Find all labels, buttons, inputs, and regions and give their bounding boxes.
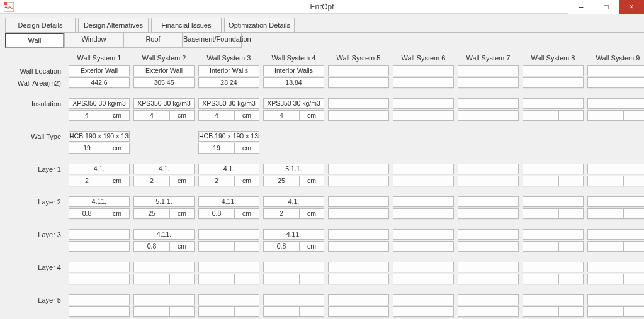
layer1-material[interactable] (587, 164, 644, 174)
thickness-value[interactable] (199, 307, 235, 316)
layer2-thickness[interactable]: 0.8cm (69, 208, 130, 219)
thickness-value[interactable]: 25 (264, 176, 300, 186)
wall_area-field[interactable] (393, 77, 454, 88)
wall_location-field[interactable] (523, 65, 584, 76)
thickness-value[interactable] (458, 274, 494, 284)
insulation-thickness[interactable]: 4cm (133, 110, 195, 121)
layer1-thickness[interactable] (523, 176, 584, 186)
layer3-thickness[interactable] (523, 241, 584, 252)
layer2-thickness[interactable]: 2cm (263, 208, 324, 219)
thickness-value[interactable] (393, 176, 429, 186)
layer2-thickness[interactable] (328, 208, 389, 219)
insulation-material[interactable]: XPS350 30 kg/m3 (198, 98, 259, 109)
layer1-material[interactable]: 5.1.1. (263, 164, 324, 174)
thickness-value[interactable] (329, 274, 364, 284)
layer3-material[interactable] (69, 229, 130, 240)
layer3-thickness[interactable] (393, 241, 454, 252)
subtab-roof[interactable]: Roof (123, 33, 183, 48)
layer1-material[interactable]: 4.1. (69, 164, 130, 174)
tab-financial-issues[interactable]: Financial Issues (151, 18, 222, 32)
insulation-material[interactable]: XPS350 30 kg/m3 (133, 98, 195, 109)
thickness-value[interactable] (329, 111, 364, 120)
layer5-thickness[interactable] (133, 306, 195, 317)
thickness-value[interactable]: 2 (69, 176, 105, 186)
thickness-value[interactable]: 25 (134, 209, 170, 218)
layer1-thickness[interactable]: 2cm (133, 176, 195, 186)
thickness-value[interactable]: 2 (199, 176, 235, 186)
layer2-thickness[interactable] (458, 208, 519, 219)
layer3-thickness[interactable] (458, 241, 519, 252)
layer5-material[interactable] (523, 294, 584, 305)
layer4-thickness[interactable] (69, 274, 130, 284)
layer3-material[interactable] (328, 229, 389, 240)
thickness-value[interactable]: 19 (199, 143, 235, 153)
thickness-value[interactable] (264, 307, 300, 316)
layer5-material[interactable] (69, 294, 130, 305)
thickness-value[interactable] (329, 242, 364, 251)
layer1-material[interactable] (458, 164, 519, 174)
thickness-value[interactable] (458, 307, 494, 316)
wall_location-field[interactable] (458, 65, 519, 76)
thickness-value[interactable] (134, 307, 170, 316)
wall_area-field[interactable] (587, 77, 644, 88)
wall_location-field[interactable] (587, 65, 644, 76)
layer1-thickness[interactable]: 2cm (69, 176, 130, 186)
wall_area-field[interactable]: 442.6 (69, 77, 130, 88)
layer4-thickness[interactable] (393, 274, 454, 284)
insulation-material[interactable] (328, 98, 389, 109)
layer2-material[interactable]: 5.1.1. (133, 196, 195, 207)
wall_area-field[interactable] (328, 77, 389, 88)
thickness-value[interactable] (393, 209, 429, 218)
layer5-material[interactable] (587, 294, 644, 305)
thickness-value[interactable] (588, 242, 624, 251)
layer5-material[interactable] (328, 294, 389, 305)
layer5-material[interactable] (458, 294, 519, 305)
layer5-thickness[interactable] (69, 306, 130, 317)
layer4-thickness[interactable] (198, 274, 259, 284)
layer4-material[interactable] (133, 262, 195, 272)
wall_type-thickness[interactable]: 19cm (69, 143, 130, 154)
layer2-material[interactable] (587, 196, 644, 207)
layer3-material[interactable] (198, 229, 259, 240)
insulation-thickness[interactable] (587, 110, 644, 121)
insulation-material[interactable] (587, 98, 644, 109)
wall_type-material[interactable]: HCB 190 x 190 x 135 (198, 131, 259, 142)
subtab-basement[interactable]: Basement/Foundation (183, 33, 242, 48)
thickness-value[interactable] (199, 274, 235, 284)
thickness-value[interactable]: 19 (69, 143, 105, 153)
layer5-material[interactable] (393, 294, 454, 305)
layer1-material[interactable] (523, 164, 584, 174)
thickness-value[interactable] (588, 307, 624, 316)
thickness-value[interactable] (588, 274, 624, 284)
thickness-value[interactable] (458, 111, 494, 120)
layer2-material[interactable] (458, 196, 519, 207)
layer5-thickness[interactable] (587, 306, 644, 317)
wall_area-field[interactable]: 28.24 (198, 77, 259, 88)
thickness-value[interactable] (264, 274, 300, 284)
layer1-material[interactable] (393, 164, 454, 174)
close-button[interactable]: × (619, 0, 644, 14)
layer3-material[interactable] (393, 229, 454, 240)
layer3-thickness[interactable] (328, 241, 389, 252)
layer1-material[interactable] (328, 164, 389, 174)
layer4-thickness[interactable] (458, 274, 519, 284)
wall_location-field[interactable]: Interior Walls (198, 65, 259, 76)
layer5-thickness[interactable] (198, 306, 259, 317)
layer3-material[interactable] (523, 229, 584, 240)
thickness-value[interactable] (523, 209, 559, 218)
wall_type-thickness[interactable]: 19cm (198, 143, 259, 154)
thickness-value[interactable] (69, 307, 105, 316)
insulation-material[interactable] (458, 98, 519, 109)
layer3-thickness[interactable]: 0.8cm (133, 241, 195, 252)
layer1-material[interactable]: 4.1. (133, 164, 195, 174)
layer2-thickness[interactable] (393, 208, 454, 219)
thickness-value[interactable] (393, 274, 429, 284)
thickness-value[interactable] (329, 176, 364, 186)
thickness-value[interactable] (329, 209, 364, 218)
insulation-thickness[interactable] (393, 110, 454, 121)
thickness-value[interactable]: 0.8 (134, 242, 170, 251)
layer4-material[interactable] (328, 262, 389, 272)
insulation-material[interactable] (393, 98, 454, 109)
wall_area-field[interactable] (523, 77, 584, 88)
layer4-thickness[interactable] (133, 274, 195, 284)
